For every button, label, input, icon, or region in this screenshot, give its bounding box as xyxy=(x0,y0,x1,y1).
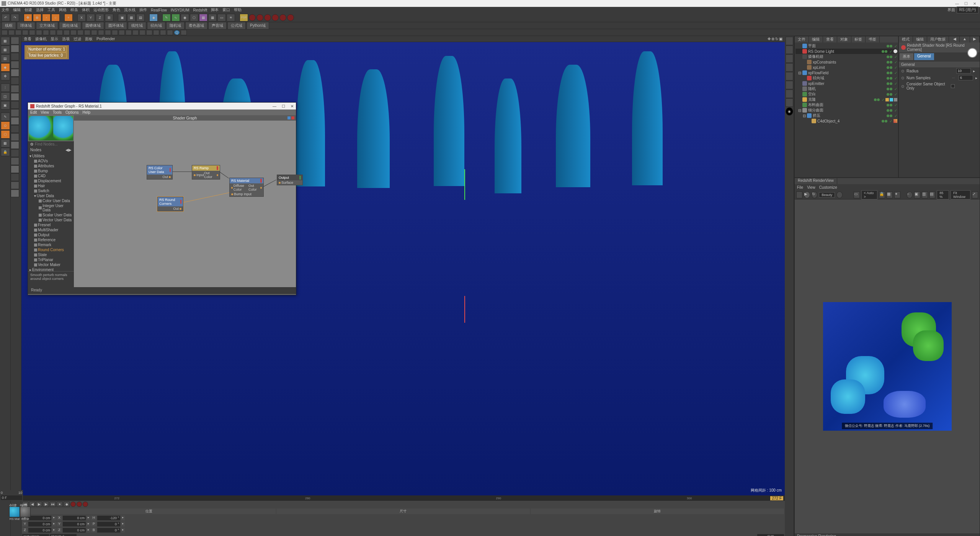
shader-tree-item[interactable]: Round Corners xyxy=(29,247,73,252)
rotate-tool-icon[interactable]: ○ xyxy=(51,14,60,21)
object-vis-dots[interactable] xyxy=(887,61,893,64)
menu-pipeline[interactable]: 流水线 xyxy=(124,7,136,13)
sw-menu-edit[interactable]: Edit xyxy=(30,110,37,114)
attr-tab-mode[interactable]: 模式 xyxy=(899,36,913,42)
mode-enable-snap-icon[interactable]: ⊙ xyxy=(1,121,10,130)
vp-display[interactable]: 显示 xyxy=(51,36,58,42)
object-row[interactable]: ⊟细分曲面✓ xyxy=(795,108,897,113)
key-a-icon[interactable] xyxy=(287,14,294,21)
object-vis-dots[interactable] xyxy=(887,66,893,69)
field-sound[interactable]: 声音域 xyxy=(208,22,227,29)
vp-view[interactable]: 查看 xyxy=(24,36,31,42)
coord-sys-icon[interactable]: ⊞ xyxy=(105,14,113,21)
render-icon[interactable]: ▣ xyxy=(118,14,126,21)
tex-12[interactable] xyxy=(11,125,19,133)
sw-close-icon[interactable]: ✕ xyxy=(291,104,294,108)
undo-icon[interactable]: ↶ xyxy=(2,14,10,21)
tex-7[interactable] xyxy=(11,85,19,93)
mt-23[interactable] xyxy=(153,30,159,35)
shader-tree-item[interactable]: Bump xyxy=(29,168,73,173)
object-tag-icon[interactable] xyxy=(894,98,897,101)
object-row[interactable]: 径向域✓ xyxy=(795,75,897,81)
tex-20[interactable] xyxy=(11,190,19,197)
cube-primitive-icon[interactable]: ◆ xyxy=(149,14,158,21)
tree-expand-icon[interactable]: ▾ xyxy=(29,154,31,158)
mt-qr-icon[interactable]: Q xyxy=(174,30,180,35)
rv-sample-icon[interactable] xyxy=(836,191,843,198)
rv-channel-select[interactable]: Beauty xyxy=(819,192,835,198)
field-shader[interactable]: 着色器域 xyxy=(185,22,207,29)
mt-26[interactable] xyxy=(181,30,187,35)
object-tag-icon[interactable] xyxy=(890,98,893,101)
sw-menu-tools[interactable]: Tools xyxy=(53,110,62,114)
node-rs-material[interactable]: RS Material Diffuse ColorOut Color Bump … xyxy=(229,178,264,197)
object-row[interactable]: C4dObject_4✓ xyxy=(795,118,897,124)
object-vis-dots[interactable] xyxy=(887,82,893,85)
menu-create[interactable]: 创建 xyxy=(24,7,32,13)
coord-value-input[interactable]: 0 cm xyxy=(28,528,51,533)
mat-thumb-1[interactable] xyxy=(9,507,20,517)
coord-mode2[interactable]: 绝对尺寸 xyxy=(50,534,77,536)
tl-end-icon[interactable]: ⏭ xyxy=(50,502,56,507)
coord-value-input[interactable]: -120 ° xyxy=(97,516,120,520)
object-enable-icon[interactable]: ✓ xyxy=(889,49,892,54)
rv-fit-select[interactable]: Fit Window xyxy=(951,190,970,199)
attr-nav-next-icon[interactable]: ▶ xyxy=(970,36,980,42)
rv-snap-c-icon[interactable]: ▤ xyxy=(929,191,936,198)
menu-window[interactable]: 窗口 xyxy=(222,7,230,13)
coord-apply-button[interactable]: 应用 xyxy=(757,534,784,536)
rv-grid-icon[interactable]: ▦ xyxy=(887,191,893,198)
field-linear2[interactable]: 线性域 xyxy=(128,22,146,29)
menu-volume[interactable]: 体积 xyxy=(82,7,90,13)
node-round-corners[interactable]: RS Round Corners Out xyxy=(157,197,183,211)
tl-next-icon[interactable]: ▶ xyxy=(43,502,49,507)
object-vis-dots[interactable] xyxy=(874,98,880,101)
shader-tree-item[interactable]: Reference xyxy=(29,237,73,242)
sw-titlebar[interactable]: Redshift Shader Graph - RS Material.1 — … xyxy=(28,103,296,109)
coord-value-input[interactable]: 0 cm xyxy=(28,516,51,520)
timeline-track[interactable]: 272 280 290 300 272 F xyxy=(21,495,785,501)
rv-menu-customize[interactable]: Customize xyxy=(819,185,837,190)
sw-find-gear-icon[interactable]: ✿ xyxy=(30,142,33,146)
coord-value-input[interactable]: 0 cm xyxy=(63,528,86,533)
shader-tree-item[interactable]: Displacement xyxy=(29,178,73,183)
attr-radius-input[interactable] xyxy=(956,68,971,74)
obj-tab-view[interactable]: 查看 xyxy=(823,36,837,42)
menu-file[interactable]: 文件 xyxy=(2,7,9,13)
object-enable-icon[interactable]: ✓ xyxy=(894,55,897,59)
coord-spinner-icon[interactable]: ▸ xyxy=(87,528,90,533)
shader-tree-item[interactable]: Hair xyxy=(29,183,73,188)
field-cone[interactable]: 圆锥体域 xyxy=(82,22,104,29)
attr-tab-basic[interactable]: 基本 xyxy=(900,53,913,60)
mode-workplane2-icon[interactable]: ▦ xyxy=(1,139,10,147)
object-enable-icon[interactable]: ✓ xyxy=(894,103,897,107)
object-row[interactable]: ⊟xpFlowField✓ xyxy=(795,70,897,75)
coord-spinner-icon[interactable]: ▸ xyxy=(52,528,56,533)
mt-18[interactable] xyxy=(119,30,125,35)
shader-tree-item[interactable]: ▸Environment xyxy=(29,267,73,271)
shader-tree-item[interactable]: MultiShader xyxy=(29,227,73,232)
layout-dropdown[interactable]: RS (用户) xyxy=(957,7,978,13)
minimize-icon[interactable]: — xyxy=(955,2,959,6)
rv-auto-select[interactable]: < Auto > xyxy=(861,190,878,199)
shader-tree-item[interactable]: TriPlanar xyxy=(29,257,73,262)
shader-tree-item[interactable]: Remark xyxy=(29,242,73,247)
tl-prev-icon[interactable]: ◀ xyxy=(29,502,35,507)
attr-samples-spin-icon[interactable]: ▸ xyxy=(975,76,977,80)
obj-tab-tags[interactable]: 标签 xyxy=(851,36,866,42)
environment-icon[interactable]: ▦ xyxy=(208,14,217,21)
object-row[interactable]: 布料曲面✓ xyxy=(795,102,897,108)
mode-texture-icon[interactable]: ▩ xyxy=(1,46,10,54)
object-enable-icon[interactable]: ✓ xyxy=(894,87,897,91)
rv-menu-view[interactable]: View xyxy=(807,185,815,190)
attr-radius-spin-icon[interactable]: ▸ xyxy=(973,69,975,73)
coord-mode1[interactable]: 对象(相对) xyxy=(22,534,49,536)
render-region-icon[interactable]: ▦ xyxy=(127,14,136,21)
attr-tab-general[interactable]: General xyxy=(914,53,934,60)
tex-2[interactable] xyxy=(11,45,19,52)
menu-script[interactable]: 脚本 xyxy=(211,7,219,13)
vpr-2[interactable] xyxy=(786,46,793,54)
sw-graph-canvas[interactable]: Shader Graph RS Color User Data Out RS R… xyxy=(74,115,296,287)
vpr-6[interactable] xyxy=(786,81,793,89)
object-enable-icon[interactable]: ✓ xyxy=(894,60,897,64)
